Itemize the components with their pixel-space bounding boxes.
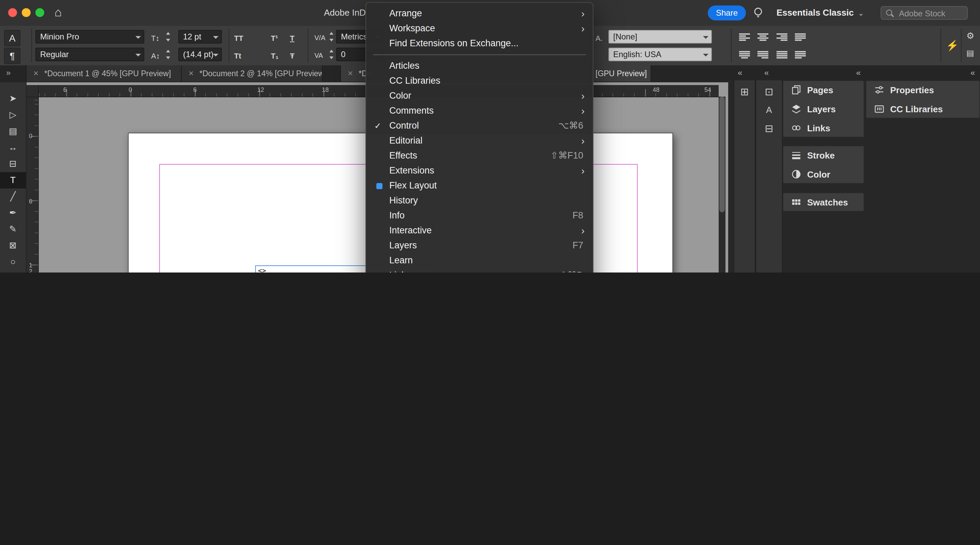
- justify-right-button[interactable]: [757, 50, 768, 59]
- type-tool[interactable]: T: [0, 172, 26, 189]
- menu-item-editorial[interactable]: Editorial›: [366, 133, 593, 148]
- menu-item-flex-layout[interactable]: Flex Layout: [366, 178, 593, 193]
- menu-item-workspace[interactable]: Workspace›: [366, 21, 593, 36]
- panel-tab-properties[interactable]: Properties: [865, 80, 980, 99]
- font-size-stepper[interactable]: [165, 31, 172, 43]
- menu-item-find-extensions-on-exchange[interactable]: Find Extensions on Exchange...: [366, 36, 593, 51]
- tracking-stepper[interactable]: [328, 48, 336, 60]
- language-select[interactable]: English: USA: [608, 48, 712, 61]
- minimize-button[interactable]: [22, 8, 30, 17]
- scrollbar-thumb[interactable]: [719, 97, 725, 212]
- app-title: Adobe InD: [324, 8, 366, 18]
- panel-tab-links[interactable]: Links: [783, 118, 864, 137]
- subscript-button[interactable]: T₁: [271, 51, 279, 60]
- workspace-label: Essentials Classic: [776, 8, 854, 18]
- menu-item-comments[interactable]: Comments›: [366, 103, 593, 118]
- indesign-window: ⌂ Adobe InD Share Essentials Classic⌄ Ad…: [0, 0, 980, 272]
- align-left-button[interactable]: [739, 33, 750, 41]
- collapse-panels-icon[interactable]: «: [856, 68, 861, 78]
- panel-tab-pages[interactable]: Pages: [783, 80, 864, 99]
- small-caps-button[interactable]: Tt: [234, 51, 241, 60]
- tab-document-1[interactable]: × *Document 1 @ 45% [GPU Preview]: [26, 65, 182, 82]
- content-collector-tool[interactable]: ⊟: [0, 156, 26, 172]
- pages-grid-icon[interactable]: ⊞: [734, 86, 755, 98]
- align-towards-spine-button[interactable]: [795, 50, 806, 59]
- maximize-button[interactable]: [35, 8, 44, 17]
- paragraph-formatting-toggle[interactable]: ¶: [4, 48, 21, 64]
- character-formatting-toggle[interactable]: A: [4, 30, 21, 46]
- direct-selection-tool[interactable]: ▷: [0, 107, 26, 123]
- menu-item-color[interactable]: Color›: [366, 89, 593, 103]
- idea-lightbulb-icon[interactable]: [751, 6, 765, 20]
- character-style-icon: A.: [595, 33, 603, 43]
- control-panel-menu-icon[interactable]: ▤: [966, 48, 974, 58]
- menu-item-control[interactable]: ✓Control⌥⌘6: [366, 118, 593, 133]
- justify-left-button[interactable]: [795, 33, 806, 41]
- align-center-button[interactable]: [757, 33, 768, 41]
- menu-item-learn[interactable]: Learn: [366, 253, 593, 268]
- ellipse-tool[interactable]: ○: [0, 254, 26, 270]
- menu-item-interactive[interactable]: Interactive›: [366, 223, 593, 238]
- pen-tool[interactable]: ✒: [0, 205, 26, 221]
- font-style-select[interactable]: Regular: [35, 48, 144, 61]
- gear-icon[interactable]: ⚙: [966, 31, 974, 41]
- panel-tab-swatches[interactable]: Swatches: [783, 192, 864, 211]
- collapse-panels-icon[interactable]: «: [738, 68, 742, 78]
- gap-tool[interactable]: ↔: [0, 140, 26, 156]
- all-caps-button[interactable]: TT: [234, 33, 243, 43]
- justify-center-button[interactable]: [739, 50, 750, 59]
- character-style-select[interactable]: [None]: [608, 30, 712, 43]
- underline-button[interactable]: T: [290, 33, 294, 43]
- font-size-select[interactable]: 12 pt: [178, 30, 222, 43]
- vertical-scrollbar[interactable]: [719, 97, 725, 272]
- home-icon[interactable]: ⌂: [54, 5, 62, 20]
- tab-document-2[interactable]: × *Document 2 @ 14% [GPU Preview]: [181, 65, 323, 82]
- justify-all-button[interactable]: [776, 50, 788, 59]
- line-tool[interactable]: ╱: [0, 189, 26, 205]
- collapse-panels-icon[interactable]: «: [764, 68, 769, 78]
- superscript-button[interactable]: T¹: [271, 33, 278, 43]
- panel-tab-cc-libraries[interactable]: CC Libraries: [865, 99, 980, 118]
- scissors-tool[interactable]: ✂: [0, 270, 26, 272]
- ruler-number: 6: [63, 86, 67, 93]
- adobe-stock-search-input[interactable]: Adobe Stock: [881, 6, 968, 20]
- align-right-button[interactable]: [776, 33, 788, 41]
- menu-item-articles[interactable]: Articles: [366, 59, 593, 73]
- page-tool[interactable]: ▤: [0, 123, 26, 140]
- collapse-panels-icon[interactable]: «: [970, 68, 975, 78]
- leading-stepper[interactable]: [165, 48, 172, 60]
- menu-item-info[interactable]: InfoF8: [366, 208, 593, 223]
- menu-item-extensions[interactable]: Extensions›: [366, 163, 593, 178]
- quick-apply-lightning-icon[interactable]: ⚡: [946, 40, 959, 52]
- panel-tab-stroke[interactable]: Stroke: [783, 146, 864, 165]
- leading-select[interactable]: (14.4 pt): [178, 48, 222, 61]
- close-tab-icon[interactable]: ×: [348, 65, 353, 82]
- glyphs-icon[interactable]: A: [756, 105, 782, 115]
- font-family-select[interactable]: Minion Pro: [35, 30, 144, 43]
- share-button[interactable]: Share: [708, 5, 746, 21]
- panel-tab-layers[interactable]: Layers: [783, 99, 864, 118]
- kerning-stepper[interactable]: [328, 31, 336, 43]
- tools-panel-expand-icon[interactable]: »: [6, 68, 11, 78]
- menu-item-cc-libraries[interactable]: CC Libraries: [366, 73, 593, 89]
- rectangle-frame-tool[interactable]: ⊠: [0, 237, 26, 254]
- panel-tab-color[interactable]: Color: [783, 165, 864, 184]
- close-tab-icon[interactable]: ×: [189, 65, 194, 82]
- ruler-number: 18: [322, 86, 329, 93]
- vertical-ruler[interactable]: 061218243036: [26, 97, 39, 272]
- font-size-icon: T↕: [151, 33, 159, 43]
- spreads-icon[interactable]: ⊟: [756, 122, 782, 135]
- search-placeholder: Adobe Stock: [899, 9, 945, 18]
- strikethrough-button[interactable]: Ŧ: [290, 51, 294, 60]
- export-folder-icon[interactable]: ⊡: [756, 86, 782, 98]
- menu-item-effects[interactable]: Effects⇧⌘F10: [366, 148, 593, 163]
- close-tab-icon[interactable]: ×: [33, 65, 38, 82]
- workspace-switcher[interactable]: Essentials Classic⌄: [776, 8, 864, 18]
- selection-tool[interactable]: ➤: [0, 91, 26, 107]
- menu-item-history[interactable]: History: [366, 193, 593, 208]
- close-button[interactable]: [8, 8, 17, 17]
- menu-item-layers[interactable]: LayersF7: [366, 238, 593, 253]
- menu-item-arrange[interactable]: Arrange›: [366, 6, 593, 21]
- menu-item-links[interactable]: Links⇧⌘D: [366, 268, 593, 272]
- pencil-tool[interactable]: ✎: [0, 221, 26, 237]
